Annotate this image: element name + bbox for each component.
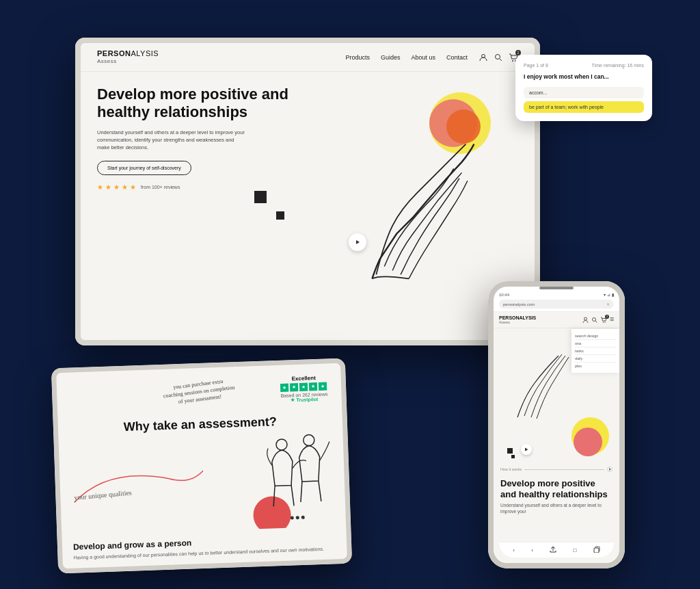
svg-point-8 <box>584 317 587 320</box>
phone-square-1 <box>507 448 513 454</box>
phone-how-arrow <box>607 467 612 472</box>
laptop-nav-links: Products Guides About us Contact <box>345 54 468 61</box>
phone-play-button[interactable] <box>521 444 532 455</box>
phone-url: personalysis.com <box>503 302 535 306</box>
phone-search-icon[interactable] <box>591 317 597 324</box>
phone-cart-badge: 2 <box>605 315 609 319</box>
svg-line-2 <box>500 59 502 61</box>
phone-sidebar-item-4[interactable]: daily <box>575 355 616 363</box>
trustpilot-stars: ★ ★ ★ ★ ★ <box>280 382 327 392</box>
hero-right <box>314 86 518 326</box>
phone-cart-icon[interactable]: 2 <box>600 317 607 324</box>
svg-point-3 <box>512 60 513 62</box>
laptop-nav-icons: 2 <box>479 53 518 62</box>
laptop-mockup: PERSONALYSIS Assess Products Guides Abou… <box>75 38 540 345</box>
phone-screen: 10:44 ▾ ⊿ ▮ personalysis.com ✕ PERSONALY… <box>494 287 619 563</box>
battery-icon: ▮ <box>612 292 614 297</box>
phone-sidebar-item-1[interactable]: search design <box>575 332 616 340</box>
nav-link-contact[interactable]: Contact <box>446 54 468 61</box>
phone-nav-icons: 2 ☰ <box>582 317 614 324</box>
quiz-option-2[interactable]: be part of a team; work with people <box>524 101 644 113</box>
phone-brand: PERSONALYSIS Assess <box>499 315 536 324</box>
wifi-icon: ▾ <box>604 292 606 297</box>
hero-cta-button[interactable]: Start your journey of self-discovery <box>97 161 191 175</box>
signal-icon: ⊿ <box>607 292 610 297</box>
phone-url-close[interactable]: ✕ <box>606 302 610 306</box>
svg-point-12 <box>604 322 605 322</box>
phone-menu-icon[interactable]: ☰ <box>610 317 614 324</box>
phone-brand-sub: Assess <box>499 320 536 324</box>
phone-sidebar-item-2[interactable]: ona <box>575 340 616 348</box>
phone-main-title: Develop more positive and healthy relati… <box>494 478 619 499</box>
quiz-card-header: Page 1 of 8 Time remaining: 16 mins <box>524 63 644 68</box>
phone-play-icon <box>524 447 528 451</box>
phone-nav: PERSONALYSIS Assess <box>494 312 619 328</box>
phone-bookmark-icon[interactable]: □ <box>574 547 577 553</box>
tablet-bottom-section: Develop and grow as a person Having a go… <box>62 526 347 568</box>
star-3: ★ <box>113 183 120 191</box>
laptop-brand-name: PERSONALYSIS Assess <box>97 49 159 65</box>
svg-line-10 <box>595 321 597 323</box>
tp-star-4: ★ <box>309 382 317 391</box>
trustpilot-label: Excellent <box>280 375 327 382</box>
star-2: ★ <box>105 183 111 191</box>
square-small <box>276 211 284 220</box>
phone-circle-pink <box>574 428 602 456</box>
phone-status-icons: ▾ ⊿ ▮ <box>604 292 614 297</box>
phone-tabs-icon[interactable] <box>593 546 600 554</box>
tablet-curve <box>66 450 204 510</box>
svg-point-7 <box>304 434 315 446</box>
svg-rect-15 <box>594 548 599 553</box>
laptop-navbar: PERSONALYSIS Assess Products Guides Abou… <box>81 43 535 72</box>
svg-point-1 <box>496 54 500 59</box>
quiz-card: Page 1 of 8 Time remaining: 16 mins I en… <box>515 55 652 121</box>
quiz-question: I enjoy work most when I can... <box>524 73 644 80</box>
phone-sidebar-item-3[interactable]: tasks <box>575 348 616 355</box>
phone-how-line <box>524 469 604 470</box>
quiz-options: accom... be part of a team; work with pe… <box>524 87 644 113</box>
person-illustration <box>260 429 338 521</box>
tp-star-2: ★ <box>290 383 298 391</box>
star-1: ★ <box>97 183 103 191</box>
nav-link-guides[interactable]: Guides <box>381 54 401 61</box>
hand-illustration <box>311 89 515 330</box>
phone-back-icon[interactable]: ‹ <box>513 547 515 553</box>
phone-bottom-bar: ‹ › □ <box>499 542 614 558</box>
cart-badge: 2 <box>515 50 521 55</box>
phone-how-it-works: How it works <box>494 465 619 475</box>
svg-marker-13 <box>525 448 528 451</box>
search-icon[interactable] <box>494 53 503 62</box>
nav-link-products[interactable]: Products <box>345 54 370 61</box>
phone-hero-desc: Understand yourself and others at a deep… <box>494 499 619 517</box>
reviews-text: from 100+ reviews <box>141 185 180 189</box>
tp-star-1: ★ <box>280 383 288 391</box>
phone-url-bar[interactable]: personalysis.com ✕ <box>499 300 614 309</box>
phone-notch <box>539 287 574 289</box>
svg-point-9 <box>593 317 596 321</box>
laptop-hero: Develop more positive and healthy relati… <box>81 72 535 340</box>
phone-status-bar: 10:44 ▾ ⊿ ▮ <box>499 292 614 297</box>
trustpilot-box: Excellent ★ ★ ★ ★ ★ Based on 262 reviews… <box>280 375 328 404</box>
reviews-stars: ★ ★ ★ ★ ★ from 100+ reviews <box>97 183 301 191</box>
phone-forward-icon[interactable]: › <box>531 547 533 553</box>
svg-marker-14 <box>609 468 611 471</box>
hero-description: Understand yourself and others at a deep… <box>97 129 247 152</box>
phone-square-2 <box>511 455 515 458</box>
square-large <box>254 191 267 203</box>
hero-left: Develop more positive and healthy relati… <box>97 86 314 326</box>
svg-point-11 <box>603 322 604 322</box>
phone-browser-bar: 10:44 ▾ ⊿ ▮ personalysis.com ✕ <box>494 287 619 312</box>
hero-title: Develop more positive and healthy relati… <box>97 86 301 122</box>
user-icon[interactable] <box>479 53 488 62</box>
tp-star-3: ★ <box>299 383 308 391</box>
phone-share-icon[interactable] <box>550 546 556 554</box>
phone-user-icon[interactable] <box>582 317 589 324</box>
laptop-brand: PERSONALYSIS Assess <box>97 49 159 65</box>
quiz-option-1[interactable]: accom... <box>524 87 644 99</box>
svg-marker-5 <box>356 240 360 244</box>
phone-sidebar-item-5[interactable]: plex <box>575 363 616 369</box>
phone-time: 10:44 <box>499 293 509 297</box>
play-button[interactable] <box>349 233 366 251</box>
nav-link-about[interactable]: About us <box>411 54 435 61</box>
star-4: ★ <box>122 183 128 191</box>
